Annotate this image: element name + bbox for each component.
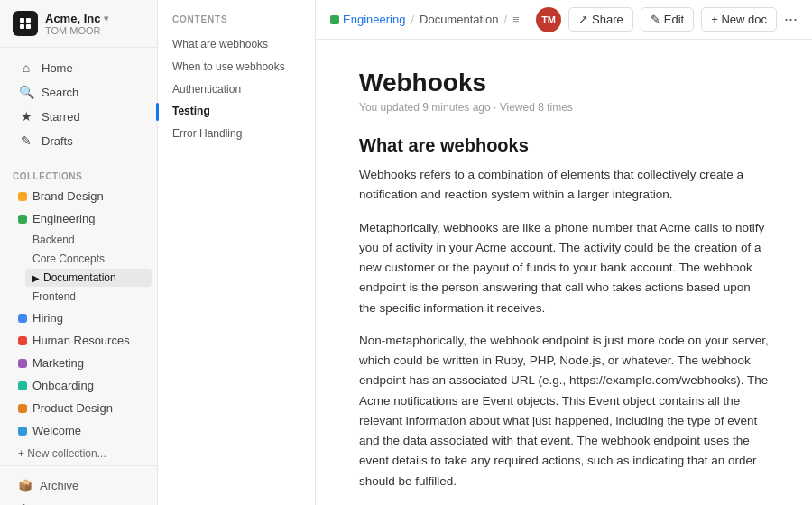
sidebar-nav: ⌂ Home 🔍 Search ★ Starred ✎ Drafts <box>0 48 157 161</box>
paragraph-0-1: Metaphorically, webhooks are like a phon… <box>359 218 769 318</box>
home-icon: ⌂ <box>18 60 34 75</box>
engineering-children: Backend Core Concepts ▶ Documentation Fr… <box>20 230 157 307</box>
sidebar-item-documentation[interactable]: ▶ Documentation <box>25 269 152 287</box>
active-indicator <box>156 103 159 121</box>
marketing-icon <box>18 359 27 368</box>
sidebar-item-human-resources[interactable]: Human Resources <box>5 330 152 351</box>
sidebar-item-marketing[interactable]: Marketing <box>5 353 152 373</box>
sidebar-item-engineering[interactable]: Engineering <box>5 208 152 229</box>
contents-item-testing[interactable]: Testing <box>158 100 225 123</box>
sidebar-item-drafts[interactable]: ✎ Drafts <box>5 129 152 152</box>
star-icon: ★ <box>18 109 34 124</box>
svg-rect-0 <box>20 18 24 23</box>
company-logo <box>13 11 38 36</box>
contents-item-error-handling[interactable]: Error Handling <box>158 123 315 145</box>
sidebar-item-label: Starred <box>42 110 80 124</box>
engineering-breadcrumb-icon <box>330 15 339 24</box>
sidebar-item-frontend[interactable]: Frontend <box>25 288 152 306</box>
edit-button[interactable]: ✎ Edit <box>641 7 694 32</box>
contents-item-when-to-use[interactable]: When to use webhooks <box>158 56 315 78</box>
share-button[interactable]: ↗ Share <box>568 7 633 32</box>
breadcrumb: Engineering / Documentation / ≡ <box>330 13 520 26</box>
top-bar: Engineering / Documentation / ≡ TM ↗ Sha… <box>316 0 812 40</box>
svg-rect-1 <box>26 18 31 23</box>
hiring-icon <box>18 314 27 323</box>
welcome-icon <box>18 427 27 436</box>
company-info: Acme, Inc ▾ TOM MOOR <box>45 12 108 36</box>
chevron-down-icon: ▾ <box>104 14 108 23</box>
sidebar-item-product-design[interactable]: Product Design <box>5 398 152 418</box>
document-title: Webhooks <box>359 69 769 97</box>
contents-panel: Contents What are webhooks When to use w… <box>158 0 316 505</box>
chevron-right-icon: ▶ <box>32 273 40 283</box>
breadcrumb-menu-icon[interactable]: ≡ <box>512 13 520 26</box>
share-icon: ↗ <box>578 13 588 26</box>
engineering-icon <box>18 215 27 224</box>
breadcrumb-current: Documentation <box>420 13 498 26</box>
sidebar-item-welcome[interactable]: Welcome <box>5 420 152 441</box>
breadcrumb-separator: / <box>411 13 414 26</box>
sidebar-item-label: Drafts <box>42 134 73 148</box>
onboarding-icon <box>18 381 27 390</box>
avatar: TM <box>536 7 561 32</box>
top-bar-actions: TM ↗ Share ✎ Edit + New doc ··· <box>536 7 798 32</box>
sidebar-bottom: 📦 Archive 🗑 Trash 👤 Invite people... <box>0 465 157 505</box>
edit-icon: ✎ <box>651 13 660 26</box>
contents-item-what-are-webhooks[interactable]: What are webhooks <box>158 33 315 56</box>
document-body: Webhooks You updated 9 minutes ago · Vie… <box>316 40 812 505</box>
sidebar-item-onboarding[interactable]: Onboarding <box>5 375 152 396</box>
svg-rect-3 <box>26 24 31 29</box>
sidebar: Acme, Inc ▾ TOM MOOR ⌂ Home 🔍 Search ★ S… <box>0 0 158 505</box>
company-name[interactable]: Acme, Inc ▾ <box>45 12 108 25</box>
paragraph-0-0: Webhooks refers to a combination of elem… <box>359 165 769 206</box>
brand-design-icon <box>18 192 27 201</box>
sidebar-item-search[interactable]: 🔍 Search <box>5 80 152 104</box>
hr-icon <box>18 336 27 345</box>
sidebar-item-backend[interactable]: Backend <box>25 231 152 249</box>
breadcrumb-separator-2: / <box>503 13 507 26</box>
contents-label: Contents <box>158 14 315 33</box>
sidebar-item-archive[interactable]: 📦 Archive <box>5 474 152 497</box>
new-collection-button[interactable]: + New collection... <box>5 444 152 464</box>
sidebar-item-hiring[interactable]: Hiring <box>5 308 152 328</box>
drafts-icon: ✎ <box>18 133 34 148</box>
collections-label: Collections <box>0 161 157 185</box>
user-name: TOM MOOR <box>45 25 108 36</box>
section-heading-0: What are webhooks <box>359 135 769 156</box>
paragraph-0-2: Non-metaphorically, the webhook endpoint… <box>359 331 769 491</box>
breadcrumb-link-engineering[interactable]: Engineering <box>330 13 405 26</box>
main-area: Engineering / Documentation / ≡ TM ↗ Sha… <box>316 0 812 505</box>
sidebar-header: Acme, Inc ▾ TOM MOOR <box>0 0 157 48</box>
new-doc-button[interactable]: + New doc <box>701 7 777 32</box>
search-icon: 🔍 <box>18 85 34 99</box>
sidebar-item-label: Home <box>42 61 73 75</box>
sidebar-item-brand-design[interactable]: Brand Design <box>5 186 152 207</box>
contents-item-authentication[interactable]: Authentication <box>158 78 315 101</box>
archive-icon: 📦 <box>18 479 32 492</box>
document-meta: You updated 9 minutes ago · Viewed 8 tim… <box>359 101 769 114</box>
sidebar-item-core-concepts[interactable]: Core Concepts <box>25 250 152 268</box>
more-options-button[interactable]: ··· <box>784 10 798 29</box>
product-design-icon <box>18 404 27 413</box>
svg-rect-2 <box>20 24 24 29</box>
sidebar-item-label: Search <box>42 86 78 99</box>
sidebar-item-trash[interactable]: 🗑 Trash <box>5 498 152 505</box>
sidebar-item-home[interactable]: ⌂ Home <box>5 56 152 79</box>
sidebar-item-starred[interactable]: ★ Starred <box>5 105 152 128</box>
